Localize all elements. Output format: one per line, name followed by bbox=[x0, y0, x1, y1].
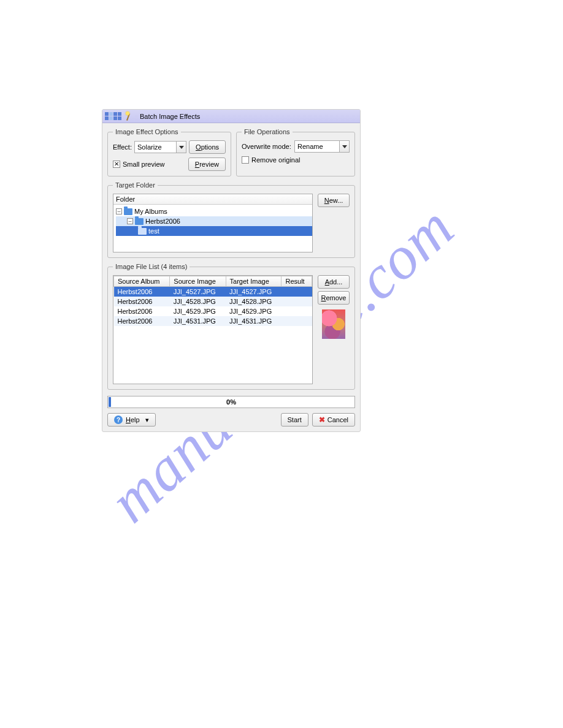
image-file-table[interactable]: Source Album Source Image Target Image R… bbox=[113, 275, 313, 384]
image-file-list-legend: Image File List (4 items) bbox=[113, 263, 190, 270]
progress-fill bbox=[109, 397, 111, 407]
progress-bar: 0% bbox=[107, 396, 355, 408]
dialog-title: Batch Image Effects bbox=[140, 113, 200, 120]
small-preview-label: Small preview bbox=[123, 161, 164, 168]
overwrite-mode-value[interactable] bbox=[295, 143, 339, 150]
col-source-album[interactable]: Source Album bbox=[114, 276, 170, 287]
table-row[interactable]: Herbst2006 JJI_4528.JPG JJI_4528.JPG bbox=[114, 297, 312, 306]
cell-result bbox=[282, 287, 312, 297]
image-effect-options-legend: Image Effect Options bbox=[113, 128, 181, 135]
table-row[interactable]: Herbst2006 JJI_4527.JPG JJI_4527.JPG bbox=[114, 287, 312, 297]
overwrite-mode-label: Overwrite mode: bbox=[242, 143, 291, 150]
wand-icon bbox=[124, 112, 134, 121]
preview-button[interactable]: Preview bbox=[188, 157, 226, 171]
help-button[interactable]: ? Help ▾ bbox=[107, 413, 156, 427]
col-result[interactable]: Result bbox=[282, 276, 312, 287]
file-operations-legend: File Operations bbox=[242, 128, 293, 135]
tree-item-herbst2006[interactable]: – Herbst2006 bbox=[116, 216, 312, 226]
file-operations-group: File Operations Overwrite mode: Remove o… bbox=[236, 128, 355, 176]
cell-source: JJI_4528.JPG bbox=[170, 297, 226, 306]
cell-album: Herbst2006 bbox=[114, 306, 170, 316]
folder-tree[interactable]: Folder – My Albums – Herbst2006 test bbox=[113, 194, 313, 252]
batch-image-effects-dialog: Batch Image Effects Image Effect Options… bbox=[102, 109, 361, 432]
col-target-image[interactable]: Target Image bbox=[226, 276, 282, 287]
cell-result bbox=[282, 297, 312, 306]
cell-target: JJI_4527.JPG bbox=[226, 287, 282, 297]
table-row[interactable]: Herbst2006 JJI_4531.JPG JJI_4531.JPG bbox=[114, 316, 312, 326]
cell-target: JJI_4529.JPG bbox=[226, 306, 282, 316]
effect-select-value[interactable] bbox=[135, 143, 176, 151]
target-folder-legend: Target Folder bbox=[113, 181, 158, 189]
table-row[interactable]: Herbst2006 JJI_4529.JPG JJI_4529.JPG bbox=[114, 306, 312, 316]
overwrite-mode-dropdown[interactable] bbox=[339, 141, 349, 152]
cell-result bbox=[282, 306, 312, 316]
tree-item-test[interactable]: test bbox=[116, 226, 312, 236]
expand-toggle-icon[interactable]: – bbox=[127, 218, 133, 224]
chevron-down-icon: ▾ bbox=[145, 416, 149, 424]
app-grid-icon bbox=[105, 112, 121, 120]
remove-button[interactable]: Remove bbox=[318, 291, 350, 305]
options-button[interactable]: Options bbox=[189, 140, 226, 154]
close-icon: ✖ bbox=[319, 415, 325, 424]
cell-target: JJI_4531.JPG bbox=[226, 316, 282, 326]
cell-target: JJI_4528.JPG bbox=[226, 297, 282, 306]
help-icon: ? bbox=[114, 415, 123, 424]
progress-percent: 0% bbox=[226, 398, 236, 406]
effect-select[interactable] bbox=[134, 141, 186, 153]
chevron-down-icon bbox=[179, 146, 184, 149]
folder-icon bbox=[135, 218, 144, 225]
cell-source: JJI_4527.JPG bbox=[170, 287, 226, 297]
add-button[interactable]: Add... bbox=[318, 275, 350, 289]
cell-source: JJI_4529.JPG bbox=[170, 306, 226, 316]
checkbox-icon: ✕ bbox=[113, 161, 120, 168]
folder-icon bbox=[124, 208, 132, 215]
tree-item-label: My Albums bbox=[134, 208, 167, 215]
effect-label: Effect: bbox=[113, 143, 132, 151]
folder-icon bbox=[138, 228, 147, 235]
expand-toggle-icon[interactable]: – bbox=[116, 208, 122, 214]
folder-tree-header: Folder bbox=[113, 194, 312, 205]
cell-album: Herbst2006 bbox=[114, 297, 170, 306]
tree-item-label: Herbst2006 bbox=[145, 218, 180, 225]
cell-result bbox=[282, 316, 312, 326]
chevron-down-icon bbox=[342, 145, 347, 148]
new-folder-button[interactable]: New... bbox=[318, 194, 350, 207]
preview-thumbnail bbox=[322, 309, 345, 339]
effect-select-dropdown[interactable] bbox=[176, 142, 186, 153]
start-button[interactable]: Start bbox=[281, 413, 308, 427]
col-source-image[interactable]: Source Image bbox=[170, 276, 226, 287]
cancel-label: Cancel bbox=[327, 416, 348, 423]
dialog-title-bar: Batch Image Effects bbox=[102, 110, 360, 123]
remove-original-label: Remove original bbox=[251, 156, 301, 164]
cancel-button[interactable]: ✖ Cancel bbox=[312, 413, 355, 427]
tree-item-label: test bbox=[148, 227, 159, 235]
image-effect-options-group: Image Effect Options Effect: Options ✕ S… bbox=[107, 128, 231, 176]
tree-item-my-albums[interactable]: – My Albums bbox=[116, 207, 312, 216]
overwrite-mode-select[interactable] bbox=[294, 140, 350, 153]
image-file-list-group: Image File List (4 items) Source Album S… bbox=[107, 263, 355, 390]
cell-source: JJI_4531.JPG bbox=[170, 316, 226, 326]
cell-album: Herbst2006 bbox=[114, 287, 170, 297]
remove-original-checkbox[interactable]: Remove original bbox=[242, 156, 350, 164]
target-folder-group: Target Folder Folder – My Albums – Herbs… bbox=[107, 181, 355, 258]
cell-album: Herbst2006 bbox=[114, 316, 170, 326]
small-preview-checkbox[interactable]: ✕ Small preview bbox=[113, 161, 164, 168]
checkbox-icon bbox=[242, 156, 249, 164]
